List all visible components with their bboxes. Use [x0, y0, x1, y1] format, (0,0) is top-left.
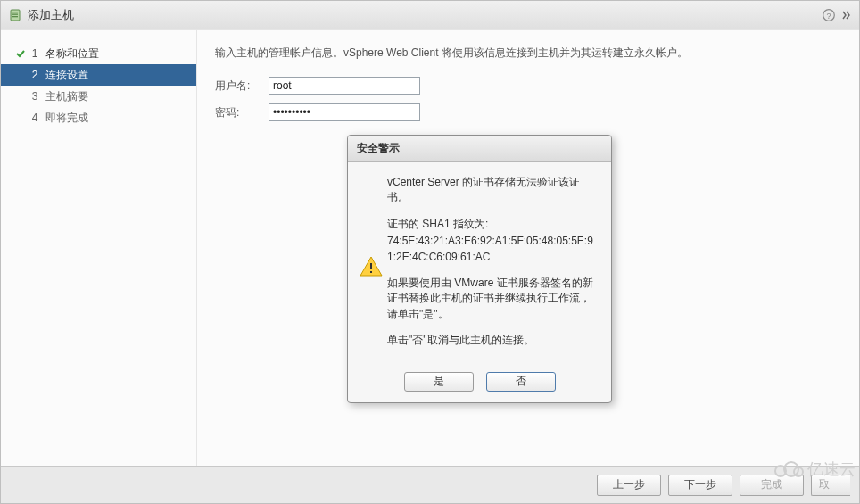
- dialog-line2: 证书的 SHA1 指纹为:: [387, 217, 600, 232]
- dialog-buttons: 是 否: [348, 368, 611, 402]
- wizard-footer: 上一步 下一步 完成 取: [1, 466, 859, 503]
- svg-rect-2: [12, 13, 18, 14]
- step-number: 3: [28, 90, 42, 103]
- username-row: 用户名:: [215, 77, 841, 95]
- dialog-line1: vCenter Server 的证书存储无法验证该证书。: [387, 175, 600, 206]
- expand-icon[interactable]: [841, 10, 852, 21]
- nav-step-ready: 4 即将完成: [1, 107, 196, 128]
- step-label: 名称和位置: [45, 46, 99, 62]
- svg-rect-1: [12, 12, 18, 12]
- security-alert-dialog: 安全警示 vCenter Server 的证书存储无法验证该证书。 证书的 SH…: [347, 135, 612, 403]
- step-number: 4: [28, 112, 42, 124]
- svg-text:?: ?: [826, 11, 831, 20]
- username-label: 用户名:: [215, 78, 269, 94]
- dialog-fingerprint: 74:5E:43:21:A3:E6:92:A1:5F:05:48:05:5E:9…: [387, 234, 600, 265]
- step-label: 连接设置: [45, 68, 88, 83]
- dialog-line4: 单击"否"取消与此主机的连接。: [387, 333, 600, 348]
- step-number: 1: [28, 47, 42, 60]
- host-icon: [8, 8, 22, 22]
- finish-button: 完成: [740, 475, 804, 496]
- svg-rect-0: [11, 10, 20, 21]
- nav-step-connection[interactable]: 2 连接设置: [1, 64, 196, 86]
- step-number: 2: [28, 69, 42, 81]
- no-button[interactable]: 否: [486, 372, 556, 392]
- wizard-nav: 1 名称和位置 2 连接设置 3 主机摘要 4 即将完成: [1, 30, 197, 466]
- password-row: 密码:: [215, 103, 841, 121]
- password-input[interactable]: [269, 103, 420, 121]
- nav-step-summary: 3 主机摘要: [1, 86, 196, 107]
- help-icon[interactable]: ?: [822, 8, 836, 22]
- dialog-body: vCenter Server 的证书存储无法验证该证书。 证书的 SHA1 指纹…: [348, 162, 611, 368]
- back-button[interactable]: 上一步: [597, 475, 661, 496]
- svg-rect-6: [370, 263, 372, 269]
- dialog-line3: 如果要使用由 VMware 证书服务器签名的新证书替换此主机的证书并继续执行工作…: [387, 276, 600, 322]
- username-input[interactable]: [269, 77, 420, 95]
- cancel-button: 取: [811, 475, 850, 496]
- add-host-wizard: 添加主机 ? 1 名称和位置 2 连接: [0, 0, 860, 504]
- instruction-text: 输入主机的管理帐户信息。vSphere Web Client 将使用该信息连接到…: [215, 45, 841, 61]
- password-label: 密码:: [215, 105, 269, 120]
- window-title: 添加主机: [28, 7, 816, 23]
- titlebar: 添加主机 ?: [1, 1, 859, 29]
- dialog-text: vCenter Server 的证书存储无法验证该证书。 证书的 SHA1 指纹…: [387, 175, 600, 359]
- warning-icon: [355, 254, 387, 279]
- svg-rect-3: [12, 16, 18, 17]
- step-label: 主机摘要: [45, 89, 88, 104]
- step-label: 即将完成: [45, 111, 88, 126]
- dialog-title: 安全警示: [348, 136, 611, 162]
- svg-rect-7: [370, 271, 372, 273]
- checkmark-icon: [13, 48, 28, 59]
- nav-step-name-location[interactable]: 1 名称和位置: [1, 43, 196, 64]
- next-button[interactable]: 下一步: [668, 475, 732, 496]
- yes-button[interactable]: 是: [404, 372, 474, 392]
